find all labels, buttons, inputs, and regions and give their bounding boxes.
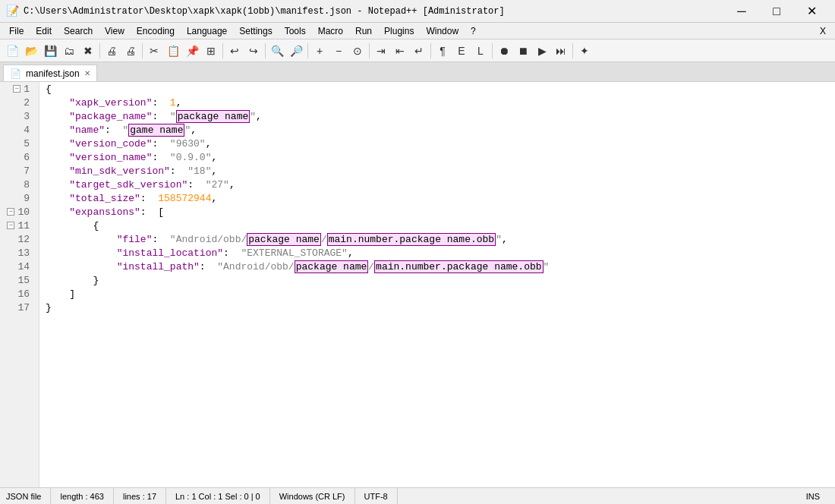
select-all-button[interactable]: ⊞ — [202, 42, 220, 60]
zoom-out-button[interactable]: − — [329, 42, 348, 60]
print-button[interactable]: 🖨 — [102, 42, 121, 60]
macro-play-button[interactable]: ▶ — [533, 42, 551, 60]
menu-plugins[interactable]: Plugins — [378, 23, 420, 39]
toolbar-sep-9 — [572, 43, 573, 58]
line-num-text-11: 11 — [17, 220, 30, 232]
menu-view[interactable]: View — [99, 23, 131, 39]
line-number-13: 13 — [0, 246, 39, 260]
code-content[interactable]: { "xapk_version": 1, "package_name": "pa… — [39, 82, 835, 487]
eol-button[interactable]: ¶ — [433, 42, 452, 60]
line-num-text-14: 14 — [17, 261, 30, 272]
tab-label: manifest.json — [26, 68, 80, 79]
menu-settings[interactable]: Settings — [233, 23, 278, 39]
menu-search[interactable]: Search — [58, 23, 99, 39]
line-number-11: − 11 — [0, 219, 39, 232]
line-num-text-2: 2 — [24, 97, 30, 109]
toolbar-sep-8 — [492, 43, 493, 58]
toolbar-sep-4 — [265, 43, 266, 58]
editor: − 1 2 3 4 5 6 7 8 9 − 10 − 11 12 13 14 1… — [0, 82, 835, 487]
macro-stop-button[interactable]: ⏹ — [514, 42, 532, 60]
menu-edit[interactable]: Edit — [30, 23, 58, 39]
line-number-14: 14 — [0, 260, 39, 273]
title-bar: 📝 C:\Users\Administrator\Desktop\xapk\xa… — [0, 0, 835, 23]
code-line-11: { — [39, 219, 835, 232]
save-button[interactable]: 💾 — [41, 42, 59, 60]
menu-macro[interactable]: Macro — [312, 23, 349, 39]
lang-button[interactable]: L — [471, 42, 490, 60]
code-line-16: ] — [39, 287, 835, 301]
minimize-button[interactable]: ─ — [724, 0, 759, 23]
undo-button[interactable]: ↩ — [225, 42, 244, 60]
fold-icon-11[interactable]: − — [7, 222, 14, 229]
menu-run[interactable]: Run — [349, 23, 378, 39]
line-number-3: 3 — [0, 109, 39, 123]
length-label: length : 463 — [60, 492, 104, 501]
status-position: Ln : 1 Col : 1 Sel : 0 | 0 — [166, 488, 270, 504]
toolbar-sep-5 — [307, 43, 308, 58]
maximize-button[interactable]: □ — [759, 0, 794, 23]
copy-button[interactable]: 📋 — [164, 42, 182, 60]
find-button[interactable]: 🔍 — [268, 42, 286, 60]
indent-button[interactable]: ⇥ — [372, 42, 390, 60]
code-line-2: "xapk_version": 1, — [39, 96, 835, 109]
print-now-button[interactable]: 🖨 — [121, 42, 140, 60]
menu-bar: File Edit Search View Encoding Language … — [0, 23, 835, 39]
line-number-15: 15 — [0, 273, 39, 287]
status-encoding: UTF-8 — [355, 488, 398, 504]
close-button[interactable]: ✕ — [794, 0, 829, 23]
tab-bar: 📄 manifest.json ✕ — [0, 62, 835, 82]
menu-help[interactable]: ? — [465, 23, 482, 39]
menu-tools[interactable]: Tools — [279, 23, 312, 39]
zoom-in-button[interactable]: + — [310, 42, 329, 60]
window-title: C:\Users\Administrator\Desktop\xapk\xapk… — [24, 6, 505, 17]
wrap-button[interactable]: ↵ — [410, 42, 428, 60]
menu-file[interactable]: File — [3, 23, 30, 39]
cut-button[interactable]: ✂ — [145, 42, 163, 60]
code-line-15: } — [39, 273, 835, 287]
menu-language[interactable]: Language — [181, 23, 233, 39]
fold-icon-10[interactable]: − — [7, 208, 14, 216]
open-button[interactable]: 📂 — [22, 42, 40, 60]
line-numbers: − 1 2 3 4 5 6 7 8 9 − 10 − 11 12 13 14 1… — [0, 82, 39, 487]
line-num-text-7: 7 — [24, 165, 30, 177]
line-number-2: 2 — [0, 96, 39, 109]
line-number-17: 17 — [0, 301, 39, 314]
code-line-14: "install_path": "Android/obb/package nam… — [39, 260, 835, 273]
status-mode: INS — [797, 488, 829, 504]
menu-encoding[interactable]: Encoding — [131, 23, 181, 39]
zoom-restore-button[interactable]: ⊙ — [348, 42, 367, 60]
toolbar-sep-3 — [222, 43, 223, 58]
menu-window[interactable]: Window — [420, 23, 465, 39]
line-number-6: 6 — [0, 150, 39, 164]
file-type-icon: 📄 — [10, 68, 21, 79]
paste-button[interactable]: 📌 — [183, 42, 201, 60]
status-lines: lines : 17 — [114, 488, 166, 504]
snippet-button[interactable]: ✦ — [575, 42, 594, 60]
tab-close-button[interactable]: ✕ — [84, 69, 90, 77]
macro-rec-button[interactable]: ⏺ — [495, 42, 513, 60]
line-number-8: 8 — [0, 178, 39, 191]
line-number-5: 5 — [0, 137, 39, 150]
new-button[interactable]: 📄 — [3, 42, 21, 60]
file-type-label: JSON file — [6, 492, 41, 501]
line-number-4: 4 — [0, 123, 39, 137]
line-number-16: 16 — [0, 287, 39, 301]
encoding-btn[interactable]: E — [452, 42, 471, 60]
line-num-text-5: 5 — [24, 138, 30, 150]
app-icon: 📝 — [6, 5, 19, 17]
line-num-text-13: 13 — [17, 247, 30, 259]
fold-icon-1[interactable]: − — [13, 85, 20, 93]
line-num-text-17: 17 — [17, 302, 30, 313]
macro-run-button[interactable]: ⏭ — [552, 42, 570, 60]
line-num-text-6: 6 — [24, 152, 30, 163]
redo-button[interactable]: ↪ — [244, 42, 263, 60]
status-bar: JSON file length : 463 lines : 17 Ln : 1… — [0, 487, 835, 504]
save-all-button[interactable]: 🗂 — [60, 42, 78, 60]
code-line-12: "file": "Android/obb/package name/main.n… — [39, 232, 835, 246]
menu-x-button[interactable]: X — [820, 26, 832, 36]
find-replace-button[interactable]: 🔎 — [287, 42, 305, 60]
outdent-button[interactable]: ⇤ — [391, 42, 409, 60]
code-line-9: "total_size": 158572944, — [39, 191, 835, 205]
tab-manifest-json[interactable]: 📄 manifest.json ✕ — [3, 65, 97, 81]
close-button2[interactable]: ✖ — [79, 42, 97, 60]
